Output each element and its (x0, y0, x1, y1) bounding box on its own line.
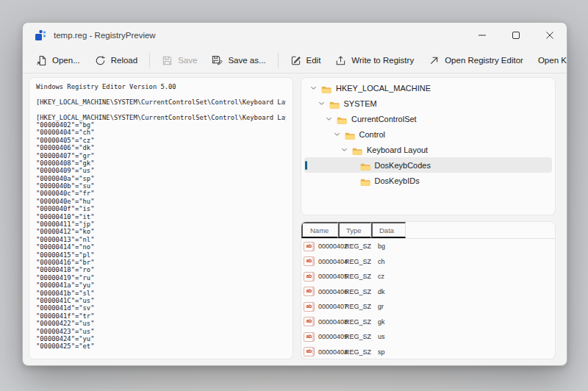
reg-file-editor[interactable]: Windows Registry Editor Version 5.00 [HK… (29, 77, 293, 359)
edit-button-label: Edit (306, 56, 321, 65)
toolbar-divider (278, 53, 279, 68)
value-data-cell: gr (371, 303, 384, 310)
grid-header: Name Type Data (301, 222, 555, 239)
folder-icon (360, 161, 370, 170)
table-row[interactable]: ab 00000405 REG_SZ cz (301, 269, 555, 284)
column-header-type[interactable]: Type (338, 222, 371, 238)
value-type-cell: REG_SZ (338, 348, 371, 356)
table-row[interactable]: ab 00000409 REG_SZ us (301, 329, 555, 345)
reload-button[interactable]: Reload (87, 51, 145, 71)
close-icon[interactable] (533, 23, 567, 48)
reg-file-line: "0000041C"="us" (36, 297, 286, 304)
value-data-cell: cz (371, 273, 384, 280)
reg-file-line: "00000415"="pl" (36, 251, 286, 259)
maximize-icon[interactable] (499, 23, 533, 48)
value-data-cell: us (371, 333, 385, 340)
string-value-icon: ab (304, 242, 315, 251)
save-as-button[interactable]: Save as... (204, 51, 273, 71)
reg-file-line: "0000041d"="sv" (36, 304, 286, 312)
open-button-label: Open... (52, 56, 80, 65)
string-value-icon: ab (304, 272, 315, 281)
reg-file-line: "00000402"="bg" (36, 121, 286, 129)
table-row[interactable]: ab 00000407 REG_SZ gr (301, 299, 555, 315)
registry-preview-window: temp.reg - RegistryPreview (22, 22, 567, 366)
chevron-down-icon[interactable] (340, 146, 348, 154)
reg-file-line: "00000405"="cz" (36, 137, 286, 144)
string-value-icon: ab (304, 317, 315, 326)
value-type-cell: REG_SZ (338, 288, 371, 295)
reg-file-line: "00000414"="no" (36, 243, 286, 251)
reg-file-line: "0000040e"="hu" (36, 198, 286, 205)
folder-icon (329, 99, 340, 108)
tree-item-label: DosKeybCodes (375, 161, 431, 170)
table-row[interactable]: ab 00000402 REG_SZ bg (301, 239, 555, 254)
reg-file-line: [HKEY_LOCAL_MACHINE\SYSTEM\CurrentContro… (36, 114, 286, 121)
open-button[interactable]: Open... (29, 51, 87, 71)
column-header-name[interactable]: Name (301, 222, 338, 238)
folder-icon (321, 84, 331, 93)
tree-item-label: HKEY_LOCAL_MACHINE (336, 84, 431, 93)
open-registry-editor-button[interactable]: Open Registry Editor (421, 51, 531, 71)
tree-item[interactable]: SYSTEM (304, 96, 552, 111)
open-key-button-label: Open Key (538, 56, 567, 65)
open-key-button[interactable]: Open Key (531, 51, 567, 69)
folder-icon (352, 146, 362, 154)
tree-item[interactable]: Keyboard Layout (304, 142, 552, 157)
reg-file-line: "00000413"="nl" (36, 236, 286, 243)
minimize-icon[interactable] (465, 23, 499, 48)
string-value-icon: ab (304, 332, 315, 342)
table-row[interactable]: ab 00000404 REG_SZ ch (301, 254, 555, 270)
reg-file-line: "00000416"="br" (36, 259, 286, 266)
chevron-down-icon[interactable] (318, 99, 326, 107)
reg-file-line: Windows Registry Editor Version 5.00 (36, 83, 286, 90)
edit-button[interactable]: Edit (283, 51, 329, 71)
tree-item-label: DosKeybIDs (375, 176, 420, 185)
tree-item[interactable]: CurrentControlSet (304, 111, 552, 126)
folder-icon (337, 115, 347, 123)
write-to-registry-icon (335, 55, 346, 66)
reg-file-line: "00000409"="us" (36, 167, 286, 174)
save-as-icon (212, 55, 223, 66)
reg-file-line: "00000425"="et" (36, 342, 286, 350)
reload-icon (95, 55, 106, 66)
desktop-backdrop: temp.reg - RegistryPreview (0, 0, 588, 391)
toolbar: Open... Reload (23, 48, 567, 73)
column-header-data[interactable]: Data (371, 222, 406, 238)
edit-icon (290, 55, 301, 66)
title-bar[interactable]: temp.reg - RegistryPreview (23, 23, 567, 48)
value-data-cell: sp (371, 348, 385, 356)
value-data-cell: bg (371, 243, 385, 250)
chevron-down-icon[interactable] (309, 84, 318, 92)
save-as-button-label: Save as... (228, 56, 265, 65)
value-type-cell: REG_SZ (338, 303, 371, 310)
reg-file-line (36, 106, 286, 113)
table-row[interactable]: ab 00000406 REG_SZ dk (301, 284, 555, 300)
tree-item[interactable]: DosKeybCodes (304, 157, 552, 173)
table-row[interactable]: ab 00000408 REG_SZ gk (301, 315, 555, 330)
chevron-down-icon[interactable] (325, 115, 333, 123)
window-title: temp.reg - RegistryPreview (54, 31, 156, 40)
reg-file-line: "00000407"="gr" (36, 152, 286, 159)
save-button[interactable]: Save (154, 51, 204, 71)
reload-button-label: Reload (111, 56, 137, 65)
save-button-label: Save (178, 56, 197, 65)
toolbar-divider (149, 53, 150, 68)
registry-preview-app-icon (35, 29, 46, 41)
tree-item[interactable]: Control (304, 126, 552, 142)
reg-file-line: "00000423"="us" (36, 328, 286, 335)
reg-file-line: "00000424"="yu" (36, 335, 286, 342)
reg-file-line: "0000040c"="fr" (36, 190, 286, 197)
write-to-registry-button-label: Write to Registry (351, 56, 414, 65)
reg-file-line (36, 90, 286, 98)
chevron-down-icon[interactable] (333, 130, 341, 138)
table-row[interactable]: ab 0000040a REG_SZ sp (301, 345, 555, 360)
reg-file-line: "0000041b"="sl" (36, 290, 286, 297)
tree-item[interactable]: HKEY_LOCAL_MACHINE (304, 80, 552, 96)
grid-body: ab 00000402 REG_SZ bg ab 00000404 REG_SZ (301, 239, 555, 359)
reg-file-line: "00000419"="ru" (36, 274, 286, 281)
save-icon (162, 55, 173, 66)
reg-file-line: "00000418"="ro" (36, 266, 286, 273)
open-file-icon (36, 55, 47, 66)
tree-item[interactable]: DosKeybIDs (304, 173, 552, 188)
write-to-registry-button[interactable]: Write to Registry (328, 51, 421, 71)
